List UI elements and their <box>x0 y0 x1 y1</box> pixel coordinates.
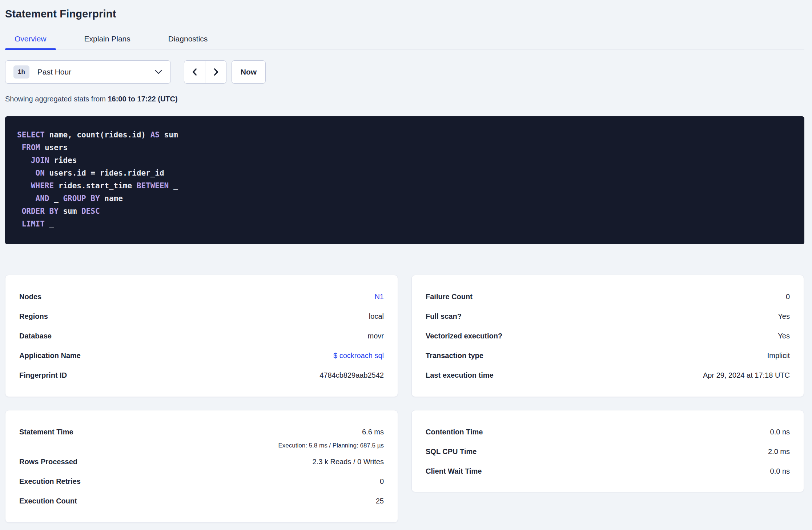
execution-retries-label: Execution Retries <box>19 477 81 486</box>
client-wait-time-label: Client Wait Time <box>426 467 482 475</box>
execution-count-label: Execution Count <box>19 497 77 505</box>
chevron-left-icon <box>190 67 200 77</box>
nodes-link[interactable]: N1 <box>374 293 384 301</box>
transaction-type-row: Transaction type Implicit <box>426 346 790 365</box>
full-scan-value: Yes <box>778 312 790 321</box>
database-row: Database movr <box>19 326 384 346</box>
client-wait-time-value: 0.0 ns <box>770 467 790 475</box>
regions-label: Regions <box>19 312 48 321</box>
client-wait-time-row: Client Wait Time 0.0 ns <box>426 461 790 481</box>
failure-count-label: Failure Count <box>426 293 473 301</box>
sql-cpu-time-value: 2.0 ms <box>768 447 790 456</box>
database-label: Database <box>19 332 52 340</box>
statement-details-card: Nodes N1 Regions local Database movr App… <box>5 275 398 397</box>
application-name-row: Application Name $ cockroach sql <box>19 346 384 365</box>
last-execution-time-row: Last execution time Apr 29, 2024 at 17:1… <box>426 365 790 385</box>
execution-attributes-card: Failure Count 0 Full scan? Yes Vectorize… <box>411 275 804 397</box>
now-button[interactable]: Now <box>232 60 266 84</box>
metrics-cards-row: Statement Time 6.6 ms Execution: 5.8 ms … <box>5 410 804 523</box>
fingerprint-id-row: Fingerprint ID 4784cb829aab2542 <box>19 365 384 385</box>
details-cards-row: Nodes N1 Regions local Database movr App… <box>5 275 804 397</box>
database-value: movr <box>368 332 384 340</box>
rows-processed-value: 2.3 k Reads / 0 Writes <box>313 458 384 466</box>
time-range-badge: 1h <box>13 65 29 79</box>
execution-stats-card: Statement Time 6.6 ms Execution: 5.8 ms … <box>5 410 398 523</box>
statement-time-breakdown: Execution: 5.8 ms / Planning: 687.5 µs <box>19 442 384 452</box>
execution-count-value: 25 <box>376 497 384 505</box>
last-execution-time-value: Apr 29, 2024 at 17:18 UTC <box>703 371 790 380</box>
statement-time-label: Statement Time <box>19 428 73 436</box>
full-scan-row: Full scan? Yes <box>426 306 790 326</box>
tab-diagnostics[interactable]: Diagnostics <box>159 31 217 49</box>
time-nav-group <box>184 60 226 84</box>
failure-count-value: 0 <box>786 293 790 301</box>
sql-statement-box: SELECT name, count(rides.id) AS sum FROM… <box>5 116 804 244</box>
tab-explain-plans[interactable]: Explain Plans <box>75 31 140 49</box>
sql-cpu-time-row: SQL CPU Time 2.0 ms <box>426 442 790 461</box>
nodes-label: Nodes <box>19 293 41 301</box>
statement-fingerprint-page: Statement Fingerprint Overview Explain P… <box>0 0 812 523</box>
chevron-down-icon <box>154 69 162 75</box>
vectorized-execution-row: Vectorized execution? Yes <box>426 326 790 346</box>
next-time-button[interactable] <box>205 61 226 83</box>
sql-cpu-time-label: SQL CPU Time <box>426 447 477 456</box>
chevron-right-icon <box>211 67 221 77</box>
execution-retries-row: Execution Retries 0 <box>19 471 384 491</box>
contention-time-label: Contention Time <box>426 428 483 436</box>
application-name-link[interactable]: $ cockroach sql <box>333 352 384 360</box>
statement-time-row: Statement Time 6.6 ms <box>19 422 384 442</box>
wait-time-card: Contention Time 0.0 ns SQL CPU Time 2.0 … <box>411 410 804 492</box>
contention-time-row: Contention Time 0.0 ns <box>426 422 790 442</box>
nodes-row: Nodes N1 <box>19 287 384 306</box>
full-scan-label: Full scan? <box>426 312 462 321</box>
rows-processed-row: Rows Processed 2.3 k Reads / 0 Writes <box>19 452 384 471</box>
regions-value: local <box>369 312 384 321</box>
vectorized-execution-label: Vectorized execution? <box>426 332 502 340</box>
last-execution-time-label: Last execution time <box>426 371 494 380</box>
aggregated-stats-range: 16:00 to 17:22 (UTC) <box>108 95 177 103</box>
aggregated-stats-text: Showing aggregated stats from 16:00 to 1… <box>5 95 804 103</box>
page-title: Statement Fingerprint <box>5 8 804 20</box>
time-toolbar: 1h Past Hour Now <box>5 60 804 84</box>
failure-count-row: Failure Count 0 <box>426 287 790 306</box>
statement-time-value: 6.6 ms <box>362 428 384 436</box>
contention-time-value: 0.0 ns <box>770 428 790 436</box>
aggregated-stats-prefix: Showing aggregated stats from <box>5 95 108 103</box>
regions-row: Regions local <box>19 306 384 326</box>
tab-overview[interactable]: Overview <box>5 31 56 49</box>
fingerprint-id-value: 4784cb829aab2542 <box>319 371 384 380</box>
execution-count-row: Execution Count 25 <box>19 491 384 511</box>
transaction-type-label: Transaction type <box>426 352 483 360</box>
vectorized-execution-value: Yes <box>778 332 790 340</box>
sql-code: SELECT name, count(rides.id) AS sum FROM… <box>17 129 797 230</box>
execution-retries-value: 0 <box>380 477 384 486</box>
previous-time-button[interactable] <box>184 61 205 83</box>
fingerprint-id-label: Fingerprint ID <box>19 371 67 380</box>
tab-bar: Overview Explain Plans Diagnostics <box>5 31 804 49</box>
transaction-type-value: Implicit <box>767 352 790 360</box>
application-name-label: Application Name <box>19 352 81 360</box>
time-range-label: Past Hour <box>37 68 71 76</box>
time-range-dropdown[interactable]: 1h Past Hour <box>5 60 171 84</box>
rows-processed-label: Rows Processed <box>19 458 77 466</box>
